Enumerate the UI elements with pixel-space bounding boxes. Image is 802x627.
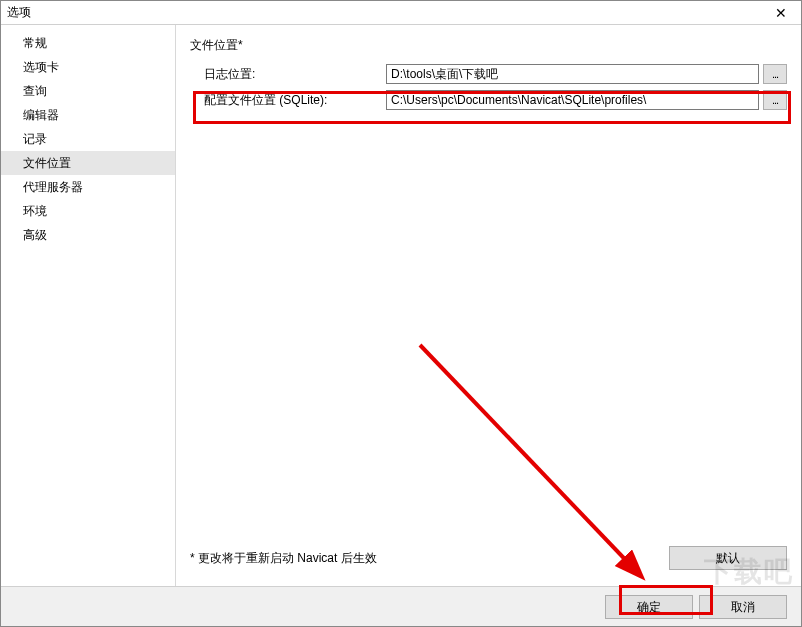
sidebar-item-advanced[interactable]: 高级 (1, 223, 175, 247)
body: 常规 选项卡 查询 编辑器 记录 文件位置 代理服务器 环境 高级 文件位置* … (1, 25, 801, 586)
main-panel: 文件位置* 日志位置: ... 配置文件位置 (SQLite): ... * 更… (176, 25, 801, 586)
profile-location-row: 配置文件位置 (SQLite): ... (190, 90, 787, 110)
sidebar-item-editor[interactable]: 编辑器 (1, 103, 175, 127)
sidebar-item-tabs[interactable]: 选项卡 (1, 55, 175, 79)
sidebar-item-file-location[interactable]: 文件位置 (1, 151, 175, 175)
restart-note: * 更改将于重新启动 Navicat 后生效 (190, 550, 377, 567)
titlebar: 选项 ✕ (1, 1, 801, 25)
log-location-row: 日志位置: ... (190, 64, 787, 84)
ok-button[interactable]: 确定 (605, 595, 693, 619)
default-button[interactable]: 默认 (669, 546, 787, 570)
sidebar-item-environment[interactable]: 环境 (1, 199, 175, 223)
footer: 确定 取消 (1, 586, 801, 626)
sidebar-item-query[interactable]: 查询 (1, 79, 175, 103)
sidebar: 常规 选项卡 查询 编辑器 记录 文件位置 代理服务器 环境 高级 (1, 25, 176, 586)
log-location-input-wrap: ... (386, 64, 787, 84)
cancel-button[interactable]: 取消 (699, 595, 787, 619)
profile-location-browse-button[interactable]: ... (763, 90, 787, 110)
section-title: 文件位置* (190, 37, 787, 54)
profile-location-label: 配置文件位置 (SQLite): (190, 92, 386, 109)
note-row: * 更改将于重新启动 Navicat 后生效 默认 (190, 546, 787, 576)
log-location-browse-button[interactable]: ... (763, 64, 787, 84)
options-window: 选项 ✕ 常规 选项卡 查询 编辑器 记录 文件位置 代理服务器 环境 高级 文… (0, 0, 802, 627)
profile-location-input[interactable] (386, 90, 759, 110)
sidebar-item-records[interactable]: 记录 (1, 127, 175, 151)
sidebar-item-proxy[interactable]: 代理服务器 (1, 175, 175, 199)
log-location-label: 日志位置: (190, 66, 386, 83)
profile-location-input-wrap: ... (386, 90, 787, 110)
close-icon[interactable]: ✕ (761, 1, 801, 25)
log-location-input[interactable] (386, 64, 759, 84)
sidebar-item-general[interactable]: 常规 (1, 31, 175, 55)
window-title: 选项 (7, 4, 31, 21)
